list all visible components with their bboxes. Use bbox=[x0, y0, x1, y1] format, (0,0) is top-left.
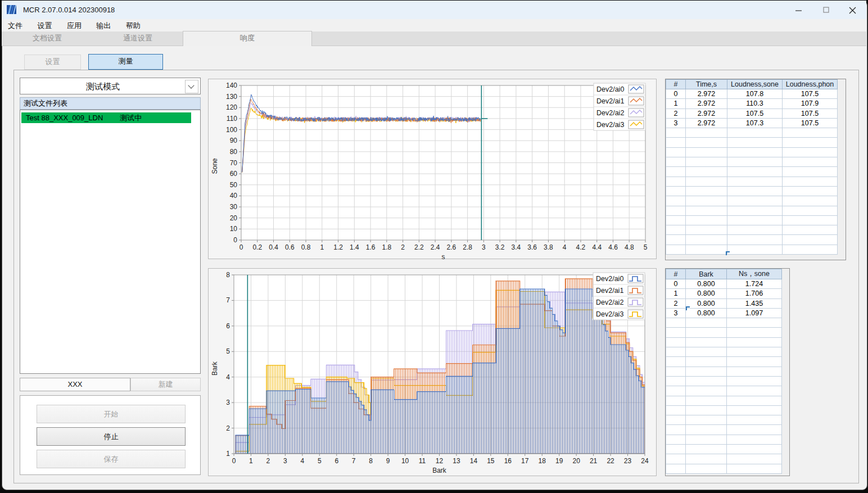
bark-table-row[interactable]: 00.8001.724 bbox=[666, 279, 782, 289]
bark-table-header-row: #BarkNs，sone bbox=[666, 269, 782, 279]
svg-text:110: 110 bbox=[227, 115, 237, 123]
loudness-table-row[interactable]: 02.972107.8107.5 bbox=[666, 89, 838, 99]
legend-entry-dev2-ai0: Dev2/ai0 bbox=[596, 274, 643, 283]
bark-table-row[interactable] bbox=[666, 464, 782, 473]
svg-text:4.8: 4.8 bbox=[625, 243, 634, 251]
dropdown-button[interactable] bbox=[185, 80, 198, 93]
svg-text:2.6: 2.6 bbox=[447, 243, 456, 251]
loudness-table-header: Loudness,phon bbox=[783, 80, 838, 89]
xxx-button[interactable]: XXX bbox=[20, 378, 130, 391]
menu-output[interactable]: 输出 bbox=[90, 19, 117, 33]
menu-settings[interactable]: 设置 bbox=[31, 19, 58, 33]
minimize-button[interactable] bbox=[789, 3, 808, 17]
test-mode-select[interactable]: 测试模式 bbox=[20, 78, 201, 94]
loudness-table-row[interactable] bbox=[666, 186, 838, 196]
loudness-table-row[interactable] bbox=[666, 177, 838, 186]
bark-table[interactable]: #BarkNs，sone00.8001.72410.8001.70620.800… bbox=[666, 269, 782, 474]
loudness-table-row[interactable] bbox=[666, 167, 838, 177]
svg-text:6: 6 bbox=[334, 457, 338, 465]
loudness-table-row[interactable] bbox=[666, 206, 838, 215]
tab-loudness[interactable]: 响度 bbox=[183, 31, 312, 46]
svg-text:5: 5 bbox=[226, 347, 230, 355]
bark-table-row[interactable]: 30.8001.097 bbox=[666, 308, 782, 318]
bark-table-row[interactable] bbox=[666, 405, 782, 415]
bark-table-row[interactable] bbox=[666, 435, 782, 444]
svg-text:3.4: 3.4 bbox=[512, 243, 521, 251]
subtab-settings[interactable]: 设置 bbox=[24, 55, 81, 70]
svg-text:0.8: 0.8 bbox=[301, 243, 311, 251]
svg-text:7: 7 bbox=[226, 296, 230, 304]
bark-table-header: # bbox=[666, 269, 686, 279]
svg-text:4: 4 bbox=[563, 243, 567, 251]
svg-text:8: 8 bbox=[226, 271, 230, 279]
bark-table-row[interactable] bbox=[666, 328, 782, 337]
subtab-measure[interactable]: 测量 bbox=[88, 54, 163, 70]
save-button[interactable]: 保存 bbox=[37, 450, 186, 468]
test-file-name: Test 88_XXX_009_LDN bbox=[26, 114, 103, 122]
bark-spectrum-chart[interactable]: 0123456789101112131415161718192021222324… bbox=[208, 268, 657, 476]
menu-file[interactable]: 文件 bbox=[2, 19, 29, 33]
svg-text:Bark: Bark bbox=[432, 467, 447, 474]
svg-text:120: 120 bbox=[226, 103, 237, 111]
bark-table-row[interactable] bbox=[666, 425, 782, 435]
svg-text:16: 16 bbox=[504, 457, 512, 465]
bark-table-row[interactable] bbox=[666, 357, 782, 367]
legend-entry-dev2-ai0: Dev2/ai0 bbox=[596, 85, 644, 93]
stop-button[interactable]: 停止 bbox=[37, 427, 186, 446]
menu-apply[interactable]: 应用 bbox=[61, 19, 88, 33]
loudness-table-header: # bbox=[666, 80, 686, 89]
svg-text:50: 50 bbox=[230, 181, 238, 189]
svg-text:2: 2 bbox=[266, 457, 270, 465]
loudness-table-row[interactable] bbox=[666, 245, 838, 254]
new-button[interactable]: 新建 bbox=[130, 378, 201, 391]
loudness-table-row[interactable] bbox=[666, 235, 838, 245]
loudness-table-row[interactable] bbox=[666, 196, 838, 206]
loudness-table-header: Loudness,sone bbox=[727, 80, 783, 89]
bark-table-header: Bark bbox=[686, 269, 727, 279]
start-button[interactable]: 开始 bbox=[37, 405, 186, 423]
svg-text:23: 23 bbox=[624, 457, 632, 465]
loudness-table-row[interactable] bbox=[666, 157, 838, 167]
loudness-table-row[interactable] bbox=[666, 128, 838, 138]
svg-text:s: s bbox=[442, 253, 445, 259]
svg-text:14: 14 bbox=[470, 457, 478, 465]
loudness-table-row[interactable]: 22.972107.5107.5 bbox=[666, 108, 838, 118]
loudness-table-row[interactable]: 12.972110.3107.9 bbox=[666, 99, 838, 108]
loudness-table-row[interactable] bbox=[666, 225, 838, 235]
svg-text:Bark: Bark bbox=[211, 361, 219, 376]
maximize-button[interactable] bbox=[817, 3, 836, 17]
loudness-time-chart[interactable]: 00.20.40.60.811.21.41.61.822.22.42.62.83… bbox=[208, 79, 657, 259]
svg-text:8: 8 bbox=[369, 457, 373, 465]
svg-text:0: 0 bbox=[233, 236, 237, 244]
tab-document-settings[interactable]: 文档设置 bbox=[2, 31, 93, 45]
close-button[interactable] bbox=[843, 3, 862, 17]
svg-text:4.2: 4.2 bbox=[576, 243, 586, 251]
bark-table-row[interactable]: 20.8001.435 bbox=[666, 298, 782, 308]
loudness-table-row[interactable]: 32.972107.3107.5 bbox=[666, 118, 838, 128]
svg-text:10: 10 bbox=[401, 457, 409, 465]
bark-table-row[interactable]: 10.8001.706 bbox=[666, 289, 782, 298]
bark-table-row[interactable] bbox=[666, 415, 782, 425]
bark-table-row[interactable] bbox=[666, 454, 782, 464]
loudness-table-row[interactable] bbox=[666, 138, 838, 147]
bark-table-row[interactable] bbox=[666, 396, 782, 405]
test-file-item[interactable]: Test 88_XXX_009_LDN 测试中 bbox=[21, 112, 191, 123]
cell-focus-mark bbox=[726, 251, 730, 255]
bark-table-row[interactable] bbox=[666, 318, 782, 328]
loudness-table-row[interactable] bbox=[666, 147, 838, 157]
svg-text:70: 70 bbox=[230, 159, 238, 167]
loudness-table-row[interactable] bbox=[666, 215, 838, 225]
svg-text:10: 10 bbox=[230, 225, 238, 233]
bark-table-row[interactable] bbox=[666, 376, 782, 386]
bark-table-row[interactable] bbox=[666, 367, 782, 376]
svg-text:6: 6 bbox=[226, 322, 230, 330]
bark-table-row[interactable] bbox=[666, 386, 782, 396]
bark-table-row[interactable] bbox=[666, 347, 782, 357]
loudness-table[interactable]: #Time,sLoudness,soneLoudness,phon02.9721… bbox=[666, 79, 838, 255]
menu-help[interactable]: 帮助 bbox=[120, 19, 147, 33]
bark-table-row[interactable] bbox=[666, 445, 782, 454]
svg-text:2.2: 2.2 bbox=[414, 243, 424, 251]
tab-channel-settings[interactable]: 通道设置 bbox=[93, 31, 183, 45]
bark-table-row[interactable] bbox=[666, 337, 782, 347]
test-file-listbox[interactable]: Test 88_XXX_009_LDN 测试中 bbox=[20, 110, 201, 374]
